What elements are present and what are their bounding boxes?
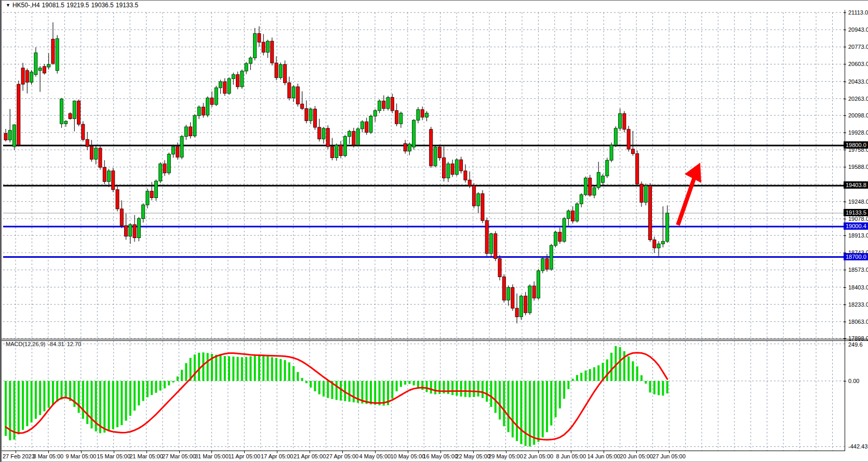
candle-body [73, 101, 76, 118]
panel-separator-line[interactable] [2, 339, 868, 339]
candle-body [602, 176, 605, 183]
candle-body [146, 191, 149, 205]
price-tick-label: 20263.0 [848, 95, 868, 102]
price-tick-label: 18913.0 [848, 232, 868, 239]
macd-histogram-bar [168, 381, 170, 386]
candle-body [241, 71, 244, 87]
hline-price-label: 18700.0 [844, 253, 868, 260]
candle-body [4, 134, 7, 140]
time-axis-tick [342, 451, 343, 453]
time-axis-label: 16 May 05:00 [422, 453, 459, 459]
price-axis[interactable] [845, 10, 868, 451]
macd-histogram-bar [537, 381, 539, 442]
macd-histogram-bar [627, 357, 630, 381]
time-axis-label: 4 May 05:00 [357, 453, 393, 459]
macd-histogram-bar [503, 381, 505, 426]
macd-zero-label: 0.00 [848, 377, 859, 385]
macd-histogram-bar [155, 381, 157, 393]
dropdown-icon[interactable]: ▼ [6, 3, 10, 8]
macd-histogram-bar [151, 381, 153, 395]
macd-histogram-bar [477, 381, 479, 397]
candle-body [614, 128, 617, 145]
candle-body [391, 97, 394, 110]
macd-histogram-bar [546, 381, 548, 432]
macd-histogram-bar [185, 363, 187, 381]
time-axis-tick [114, 451, 114, 453]
time-axis-label: 27 Jun 05:00 [651, 453, 687, 459]
candle-body [167, 154, 170, 173]
macd-indicator-label: MACD(12,26,9)-84.3112.70 [6, 341, 84, 347]
candle-body [189, 127, 192, 136]
macd-histogram-bar [297, 372, 299, 381]
price-tick-label: 19248.0 [848, 198, 868, 205]
time-axis-tick [506, 451, 506, 453]
macd-histogram-bar [559, 381, 561, 408]
price-chart-canvas[interactable] [3, 1, 845, 451]
macd-histogram-bar [438, 381, 440, 394]
macd-histogram-bar [593, 367, 595, 381]
macd-histogram-bar [666, 381, 669, 393]
time-axis-tick [48, 451, 49, 453]
candle-body [13, 125, 16, 147]
candle-body [262, 42, 265, 52]
candle-body [34, 53, 37, 75]
macd-histogram-bar [456, 381, 458, 396]
candle-body [532, 286, 536, 298]
macd-histogram-bar [447, 381, 449, 394]
candle-body [86, 139, 89, 147]
macd-histogram-bar [662, 381, 664, 395]
candle-body [223, 82, 226, 93]
candle-body [180, 137, 183, 157]
macd-histogram-bar [610, 353, 612, 381]
time-axis-label: 27 Mar 05:00 [161, 453, 197, 459]
candle-body [515, 308, 518, 317]
macd-histogram-bar [258, 355, 260, 381]
candle-body [498, 259, 501, 277]
macd-histogram-bar [56, 381, 58, 402]
candle-body [77, 101, 81, 124]
macd-histogram-bar [207, 353, 209, 381]
candle-body [17, 84, 20, 145]
candle-body [172, 147, 175, 154]
macd-histogram-bar [284, 360, 286, 381]
macd-histogram-bar [413, 381, 415, 386]
candle-body [382, 101, 385, 109]
macd-histogram-bar [636, 366, 638, 381]
macd-histogram-bar [353, 381, 355, 402]
macd-histogram-bar [408, 381, 410, 384]
hline-price-label: 19000.4 [844, 222, 868, 230]
candle-body [197, 107, 201, 116]
macd-max-label: 249.6 [848, 341, 863, 348]
candle-body [129, 225, 132, 236]
macd-histogram-bar [469, 381, 471, 397]
candle-body [417, 110, 420, 120]
macd-signal-value: 12.70 [67, 341, 82, 347]
candle-body [584, 178, 587, 194]
macd-histogram-bar [632, 361, 634, 381]
candle-body [481, 194, 484, 221]
candle-body [60, 99, 63, 124]
candle-body [395, 111, 398, 124]
candle-body [210, 98, 213, 104]
macd-histogram-bar [22, 381, 24, 430]
price-tick-label: 18403.0 [848, 284, 868, 291]
candle-body [356, 129, 359, 145]
macd-histogram-bar [366, 381, 368, 404]
macd-histogram-bar [116, 381, 118, 427]
time-axis-label: 21 Mar 05:00 [128, 453, 165, 459]
candle-body [537, 271, 540, 298]
candle-body [271, 41, 274, 63]
candle-body [623, 114, 626, 129]
macd-histogram-bar [597, 365, 599, 381]
red-up-arrow-annotation[interactable] [678, 163, 701, 225]
macd-main-value: -84.31 [48, 341, 64, 347]
macd-histogram-bar [108, 381, 110, 431]
close-value: 19133.5 [116, 2, 138, 9]
macd-histogram-bar [133, 381, 136, 411]
time-axis-tick [277, 451, 277, 453]
candle-body [373, 111, 377, 116]
candle-body [56, 38, 59, 70]
panel-separator-line [2, 340, 868, 341]
macd-histogram-bar [275, 358, 277, 381]
macd-histogram-bar [181, 370, 183, 381]
